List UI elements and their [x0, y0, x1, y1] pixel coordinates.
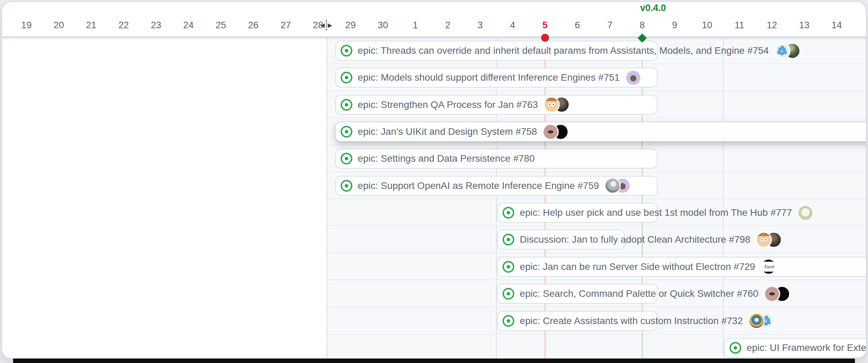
- header-rule: [2, 37, 866, 38]
- day-label: 10: [691, 19, 723, 31]
- roadmap-view: epic: Threads can override and inherit d…: [2, 2, 866, 359]
- timeline-bar[interactable]: [497, 203, 658, 223]
- day-label: 19: [10, 19, 43, 31]
- day-label: 29: [334, 19, 367, 31]
- day-label: 14: [820, 19, 853, 31]
- issue-table: [2, 37, 327, 359]
- timeline-bar[interactable]: [497, 284, 658, 304]
- day-label: 23: [140, 19, 172, 31]
- timeline-bar[interactable]: [335, 176, 658, 196]
- timeline-bar[interactable]: [497, 311, 658, 331]
- day-label: 26: [237, 19, 269, 31]
- day-label: 22: [107, 19, 140, 31]
- day-label: 11: [723, 19, 756, 31]
- col-resize-cursor-icon: ◀▶: [317, 19, 335, 32]
- header-shadow: [2, 38, 866, 40]
- day-label: 27: [269, 19, 302, 31]
- timeline-bar[interactable]: [335, 122, 866, 142]
- day-label: 30: [367, 19, 399, 31]
- timeline-bar[interactable]: [497, 230, 625, 250]
- screen: epic: Threads can override and inherit d…: [0, 0, 868, 363]
- day-label: 7: [593, 19, 626, 31]
- timeline-bar[interactable]: [335, 149, 658, 169]
- day-label: 3: [464, 19, 496, 31]
- day-label: 1: [399, 19, 432, 31]
- day-label: 8: [626, 19, 659, 31]
- day-label: 21: [75, 19, 107, 31]
- timeline-bar[interactable]: [724, 338, 866, 358]
- day-label: 5: [529, 19, 561, 31]
- day-label: 13: [788, 19, 820, 31]
- day-label: 6: [561, 19, 593, 31]
- timeline-bar[interactable]: [335, 41, 658, 61]
- app-window: epic: Threads can override and inherit d…: [2, 2, 866, 359]
- day-label: 4: [496, 19, 529, 31]
- timeline-bar[interactable]: [335, 68, 658, 88]
- day-label: 9: [659, 19, 691, 31]
- day-label: 12: [756, 19, 788, 31]
- milestone-label[interactable]: v0.4.0: [640, 3, 666, 13]
- today-marker-icon: [541, 34, 549, 42]
- timeline-bar[interactable]: [497, 257, 866, 277]
- day-label: 20: [43, 19, 75, 31]
- day-label: 2: [432, 19, 464, 31]
- day-label: 25: [205, 19, 237, 31]
- day-label: 24: [172, 19, 205, 31]
- timeline-bar[interactable]: [335, 95, 658, 115]
